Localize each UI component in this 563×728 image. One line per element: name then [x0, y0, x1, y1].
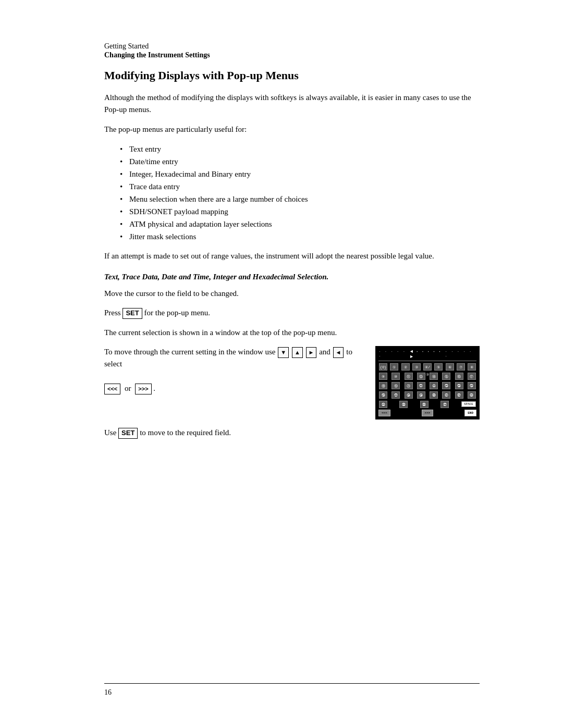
key-n: ㉓: [442, 382, 450, 389]
key-p: ㉕: [468, 382, 476, 389]
right-arrow-key: ►: [306, 347, 317, 358]
step5-text: Use SET to move to the required field.: [104, 427, 480, 439]
space-key: SPACE: [461, 401, 476, 407]
list-item: ATM physical and adaptation layer select…: [120, 218, 480, 230]
key-4: ④/③: [423, 363, 432, 371]
kbd-row-1: {0} ① ② ③ ④/③ ⑤ ⑥ ⑦ ⑧: [378, 363, 476, 371]
key-b: ⑩: [391, 373, 400, 380]
intro-paragraph: Although the method of modifying the dis…: [104, 92, 480, 116]
page-number: 16: [104, 688, 112, 696]
key-t: ㉙: [417, 391, 425, 399]
top-nav-arrows: ◄ · · · · · ►: [410, 349, 445, 360]
key-g: ⑯: [455, 373, 463, 380]
key-q: ㉖: [379, 391, 387, 399]
key-x: ㉝: [468, 391, 476, 399]
key-l: ㉑: [417, 382, 425, 389]
set-key: SET: [123, 308, 142, 319]
key-j: ⑲: [391, 382, 400, 389]
key-8: ⑧: [468, 363, 476, 371]
breadcrumb: Getting Started Changing the Instrument …: [104, 42, 480, 59]
key-y: ㉞: [379, 401, 387, 408]
list-item: SDH/SONET payload mapping: [120, 205, 480, 218]
page-content: Getting Started Changing the Instrument …: [0, 0, 563, 728]
kbd-row-4: ㉖ ㉗ ㉘ ㉙ ㉚ ㉛ ㉜ ㉝: [378, 391, 476, 399]
key-e: ⑭: [430, 373, 438, 380]
kbd-row-3: ⑱ ⑲ ⑳ ㉑ ㉒ ㉓ ㉔ ㉕: [378, 381, 476, 390]
key-v: ㉛: [442, 391, 450, 399]
and-text: and: [319, 348, 332, 356]
key-c: ⑪: [405, 373, 413, 380]
key-i: ⑱: [379, 382, 387, 389]
step5-prefix: Use: [104, 428, 116, 437]
list-item: Menu selection when there are a large nu…: [120, 193, 480, 205]
list-item: Integer, Hexadecimal and Binary entry: [120, 168, 480, 180]
key-s: ㉘: [405, 391, 413, 399]
key-6: ⑥: [446, 363, 454, 371]
left-arrow-key: ◄: [333, 347, 344, 358]
key-5: ⑤: [434, 363, 443, 371]
section-title: Modifying Displays with Pop-up Menus: [104, 69, 480, 82]
key-u: ㉚: [430, 391, 438, 399]
footer-line: [104, 683, 480, 684]
kbd-row-5: ㉞ ㉟ ㊱ ㊲ SPACE: [378, 400, 476, 409]
key-bb: ㊲: [440, 401, 449, 408]
step2-text: Press SET for the pop-up menu.: [104, 307, 480, 319]
step2-prefix: Press: [104, 309, 121, 317]
step2-suffix: for the pop-up menu.: [144, 309, 210, 317]
key-d: ⑬: [417, 373, 425, 380]
key-1: ①: [390, 363, 398, 371]
keyboard-display: · · · · · · ◄ · · · · · ► · · · · · · {0…: [375, 346, 480, 419]
kbd-btn-left: <<<: [378, 410, 390, 416]
kbd-bottom-row: <<< >>> END: [378, 410, 476, 416]
key-7: ⑦: [457, 363, 465, 371]
range-note: If an attempt is made to set out of rang…: [104, 250, 480, 262]
bullet-list: Text entry Date/time entry Integer, Hexa…: [120, 143, 480, 243]
step4-section: To move through the current setting in t…: [104, 346, 480, 419]
softkey-left: <<<: [104, 384, 120, 394]
key-aa: ㊱: [420, 401, 429, 408]
page-footer: 16: [104, 683, 480, 697]
step1-text: Move the cursor to the field to be chang…: [104, 288, 480, 300]
softkey-right: >>>: [135, 384, 151, 394]
key-a: ⑨: [379, 373, 387, 380]
list-item: Date/time entry: [120, 155, 480, 168]
kbd-btn-end: END: [464, 410, 476, 416]
top-dashes-left: · · · · · ·: [378, 349, 410, 360]
key-2: ②: [401, 363, 410, 371]
key-3: ③: [412, 363, 421, 371]
key-r: ㉗: [391, 391, 400, 399]
key-k: ⑳: [405, 382, 413, 389]
key-z: ㉟: [399, 401, 408, 408]
subsection-title: Text, Trace Data, Date and Time, Integer…: [104, 273, 480, 281]
period: .: [153, 384, 155, 392]
key-m: ㉒: [430, 382, 438, 389]
key-f: ⑮: [442, 373, 450, 380]
list-item: Text entry: [120, 143, 480, 155]
breadcrumb-normal: Getting Started: [104, 42, 149, 50]
list-item: Jitter mask selections: [120, 230, 480, 243]
key-0: {0}: [379, 363, 387, 371]
popup-useful-intro: The pop-up menus are particularly useful…: [104, 124, 480, 135]
down-arrow-key: ▼: [278, 347, 289, 358]
step4-prefix: To move through the current setting in t…: [104, 348, 275, 356]
list-item: Trace data entry: [120, 180, 480, 193]
step3-text: The current selection is shown in a wind…: [104, 327, 480, 339]
key-h: ⑰: [468, 373, 476, 380]
key-w: ㉜: [455, 391, 463, 399]
up-arrow-key: ▲: [292, 347, 303, 358]
step5-suffix: to move to the required field.: [140, 428, 231, 437]
key-o: ㉔: [455, 382, 463, 389]
set-key-2: SET: [118, 428, 138, 439]
top-dashes-right: · · · · · ·: [445, 349, 476, 360]
step4-text: To move through the current setting in t…: [104, 346, 360, 394]
breadcrumb-bold: Changing the Instrument Settings: [104, 51, 210, 59]
or-text: or: [125, 384, 131, 392]
kbd-btn-right: >>>: [422, 410, 434, 416]
